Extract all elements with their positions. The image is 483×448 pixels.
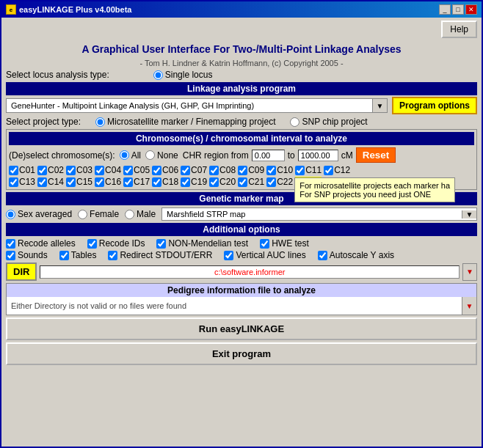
recode-alleles-option[interactable]: Recode alleles xyxy=(6,238,76,249)
region-to-input[interactable] xyxy=(298,150,338,161)
title-bar: e easyLINKAGE Plus v4.00beta _ □ ✕ xyxy=(1,1,482,18)
project-type-row: Select project type: Microsatellite mark… xyxy=(6,117,477,127)
sex-averaged-label: Sex averaged xyxy=(18,209,72,219)
pedigree-section: Pedigree information file to analyze Eit… xyxy=(6,283,477,315)
program-text: GeneHunter - Multipoint Linkage Analysis… xyxy=(7,99,372,112)
locus-label: Select locus analysis type: xyxy=(6,70,109,80)
region-from-input[interactable] xyxy=(252,150,285,161)
region-from-label: CHR region from xyxy=(183,150,249,161)
pedigree-header: Pedigree information file to analyze xyxy=(7,284,476,297)
chr-c02[interactable]: C02 xyxy=(37,165,64,175)
dir-row: DIR ▼ xyxy=(6,262,477,281)
tables-option[interactable]: Tables xyxy=(59,250,97,260)
male-label: Male xyxy=(137,209,156,219)
snp-radio[interactable] xyxy=(290,117,299,127)
all-radio[interactable] xyxy=(120,150,129,160)
dir-label[interactable]: DIR xyxy=(6,262,37,281)
female-label: Female xyxy=(90,209,119,219)
chr-c19[interactable]: C19 xyxy=(181,177,207,187)
none-radio[interactable] xyxy=(145,150,155,160)
main-window: e easyLINKAGE Plus v4.00beta _ □ ✕ Help … xyxy=(0,0,483,448)
window-controls: _ □ ✕ xyxy=(439,4,477,15)
hwe-test-option[interactable]: HWE test xyxy=(260,238,309,249)
single-locus-option[interactable]: Single locus xyxy=(153,70,213,80)
microsatellite-radio[interactable] xyxy=(95,117,105,127)
chr-c01[interactable]: C01 xyxy=(9,165,35,175)
region-unit: cM xyxy=(341,150,353,161)
male-option[interactable]: Male xyxy=(125,209,156,219)
linkage-header: Linkage analysis program xyxy=(6,82,477,95)
sounds-option[interactable]: Sounds xyxy=(6,250,48,260)
redirect-option[interactable]: Redirect STDOUT/ERR xyxy=(108,250,212,260)
chr-c10[interactable]: C10 xyxy=(266,165,293,175)
chr-c22[interactable]: C22 xyxy=(266,177,293,187)
run-button[interactable]: Run easyLINKAGE xyxy=(6,317,477,340)
minimize-button[interactable]: _ xyxy=(439,4,451,15)
chr-c09[interactable]: C09 xyxy=(238,165,264,175)
chr-c17[interactable]: C17 xyxy=(123,177,150,187)
none-option[interactable]: None xyxy=(145,150,178,161)
deselect-label: (De)select chromosome(s): xyxy=(9,150,115,161)
main-title: A Graphical User Interface For Two-/Mult… xyxy=(6,43,477,55)
microsatellite-option[interactable]: Microsatellite marker / Finemapping proj… xyxy=(95,117,275,127)
chr-c20[interactable]: C20 xyxy=(209,177,236,187)
chr-c12[interactable]: C12 xyxy=(324,165,350,175)
project-type-label: Select project type: xyxy=(6,117,81,127)
chr-c16[interactable]: C16 xyxy=(95,177,121,187)
vertical-auc-option[interactable]: Vertical AUC lines xyxy=(224,250,305,260)
non-mendelian-option[interactable]: NON-Mendelian test xyxy=(156,238,248,249)
dir-input[interactable] xyxy=(40,265,460,279)
program-options-button[interactable]: Program options xyxy=(392,97,477,114)
tooltip-line2: For SNP projects you need just ONE xyxy=(299,190,450,199)
snp-label: SNP chip project xyxy=(302,117,367,127)
chr-c07[interactable]: C07 xyxy=(181,165,207,175)
close-button[interactable]: ✕ xyxy=(465,4,477,15)
reset-button[interactable]: Reset xyxy=(356,147,396,163)
autoscale-option[interactable]: Autoscale Y axis xyxy=(318,250,394,260)
chr-row-1: C01 C02 C03 C04 C05 C06 C07 C08 C09 C10 … xyxy=(9,165,474,175)
sounds-label: Sounds xyxy=(18,250,48,260)
chr-c04[interactable]: C04 xyxy=(95,165,121,175)
maximize-button[interactable]: □ xyxy=(452,4,464,15)
chr-c11[interactable]: C11 xyxy=(295,165,322,175)
single-locus-label: Single locus xyxy=(165,70,213,80)
program-dropdown-arrow[interactable]: ▼ xyxy=(372,99,387,112)
header-row: Help xyxy=(6,21,477,38)
chr-c14[interactable]: C14 xyxy=(37,177,64,187)
microsatellite-label: Microsatellite marker / Finemapping proj… xyxy=(107,117,275,127)
pedigree-status: Either Directory is not valid or no file… xyxy=(7,299,462,312)
chr-c18[interactable]: C18 xyxy=(152,177,178,187)
help-button[interactable]: Help xyxy=(441,21,477,38)
female-option[interactable]: Female xyxy=(78,209,119,219)
additional-section: Additional options Recode alleles Recode… xyxy=(6,223,477,260)
chr-c05[interactable]: C05 xyxy=(123,165,150,175)
subtitle: - Tom H. Lindner & Katrin Hoffmann, (c) … xyxy=(6,59,477,67)
chromosomes-header: Chromosome(s) / chromosomal interval to … xyxy=(9,132,474,145)
map-dropdown[interactable]: Marshfield STRP map ▼ xyxy=(161,208,477,221)
sex-averaged-option[interactable]: Sex averaged xyxy=(6,209,72,219)
all-label: All xyxy=(131,150,141,161)
chr-c06[interactable]: C06 xyxy=(152,165,178,175)
exit-button[interactable]: Exit program xyxy=(6,342,477,365)
map-dropdown-arrow[interactable]: ▼ xyxy=(462,210,476,219)
map-name: Marshfield STRP map xyxy=(162,208,462,220)
additional-header: Additional options xyxy=(6,223,477,236)
chr-c15[interactable]: C15 xyxy=(66,177,92,187)
pedigree-dropdown-arrow[interactable]: ▼ xyxy=(462,297,476,315)
main-content: Help A Graphical User Interface For Two-… xyxy=(1,18,482,447)
chr-c03[interactable]: C03 xyxy=(66,165,92,175)
chr-c08[interactable]: C08 xyxy=(209,165,236,175)
dir-dropdown-arrow[interactable]: ▼ xyxy=(462,263,477,281)
none-label: None xyxy=(157,150,178,161)
window-title: easyLINKAGE Plus v4.00beta xyxy=(19,5,131,14)
chr-c13[interactable]: C13 xyxy=(9,177,35,187)
chr-c21[interactable]: C21 xyxy=(238,177,264,187)
single-locus-radio[interactable] xyxy=(153,70,163,80)
all-option[interactable]: All xyxy=(120,150,141,161)
locus-row: Select locus analysis type: Single locus xyxy=(6,70,477,80)
tooltip-box: For microsatellite projects each marker … xyxy=(294,177,455,202)
snp-option[interactable]: SNP chip project xyxy=(290,117,367,127)
app-icon: e xyxy=(6,4,16,15)
pedigree-content: Either Directory is not valid or no file… xyxy=(7,297,476,315)
recode-ids-option[interactable]: Recode IDs xyxy=(87,238,145,249)
